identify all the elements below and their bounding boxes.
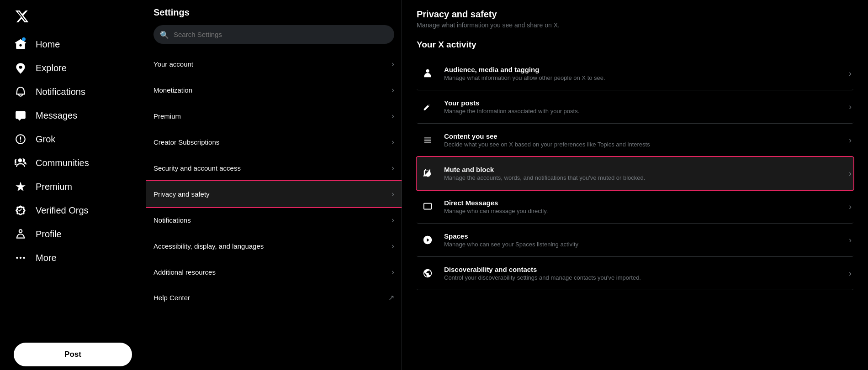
sidebar-item-verified-orgs-label: Verified Orgs xyxy=(36,205,89,216)
settings-item-help-center[interactable]: Help Center ↗ xyxy=(146,285,402,310)
section-title: Your X activity xyxy=(417,40,853,50)
chevron-right-icon: › xyxy=(392,111,394,121)
privacy-item-direct-messages[interactable]: Direct Messages Manage who can message y… xyxy=(417,190,853,224)
spaces-desc: Manage who can see your Spaces listening… xyxy=(444,241,842,248)
sidebar-item-explore[interactable]: Explore xyxy=(7,57,138,79)
privacy-item-spaces[interactable]: Spaces Manage who can see your Spaces li… xyxy=(417,224,853,257)
dm-text: Direct Messages Manage who can message y… xyxy=(444,199,842,214)
sidebar-item-notifications[interactable]: Notifications xyxy=(7,80,138,103)
privacy-item-audience[interactable]: Audience, media and tagging Manage what … xyxy=(417,57,853,90)
explore-icon xyxy=(15,62,26,74)
mute-icon xyxy=(418,164,437,182)
chevron-right-icon: › xyxy=(849,235,852,245)
middle-column: Settings 🔍 Your account › Monetization ›… xyxy=(146,0,402,370)
settings-item-accessibility[interactable]: Accessibility, display, and languages › xyxy=(146,233,402,259)
post-button[interactable]: Post xyxy=(14,343,132,366)
settings-title: Settings xyxy=(153,7,394,18)
settings-item-monetization[interactable]: Monetization › xyxy=(146,77,402,103)
content-desc: Decide what you see on X based on your p… xyxy=(444,141,842,148)
premium-icon xyxy=(15,181,26,193)
settings-item-notifications[interactable]: Notifications › xyxy=(146,207,402,233)
sidebar-item-communities[interactable]: Communities xyxy=(7,151,138,174)
verified-orgs-icon xyxy=(15,204,26,216)
chevron-right-icon: › xyxy=(849,102,852,112)
posts-text: Your posts Manage the information associ… xyxy=(444,99,842,115)
sidebar-item-home[interactable]: Home xyxy=(7,33,138,56)
sidebar-item-more[interactable]: More xyxy=(7,246,138,269)
settings-item-your-account[interactable]: Your account › xyxy=(146,51,402,77)
settings-item-additional-resources[interactable]: Additional resources › xyxy=(146,259,402,285)
communities-icon xyxy=(15,157,26,169)
chevron-right-icon: › xyxy=(849,202,852,212)
sidebar-item-grok[interactable]: Grok xyxy=(7,128,138,151)
audience-desc: Manage what information you allow other … xyxy=(444,74,842,81)
sidebar-item-verified-orgs[interactable]: Verified Orgs xyxy=(7,199,138,222)
sidebar-item-more-label: More xyxy=(36,253,57,263)
profile-icon xyxy=(15,228,26,240)
chevron-right-icon: › xyxy=(392,163,394,173)
sidebar-item-explore-label: Explore xyxy=(36,63,67,73)
right-column: Privacy and safety Manage what informati… xyxy=(402,0,868,370)
spaces-icon xyxy=(418,231,437,249)
chevron-right-icon: › xyxy=(392,241,394,251)
mute-text: Mute and block Manage the accounts, word… xyxy=(444,166,842,181)
discoverability-title: Discoverability and contacts xyxy=(444,266,842,273)
chevron-right-icon: › xyxy=(849,135,852,145)
privacy-item-discoverability[interactable]: Discoverability and contacts Control you… xyxy=(417,257,853,290)
settings-item-privacy-safety[interactable]: Privacy and safety › xyxy=(146,181,402,207)
more-icon xyxy=(15,252,26,264)
x-logo[interactable] xyxy=(7,4,138,31)
search-input[interactable] xyxy=(153,25,394,44)
x-logo-icon xyxy=(15,9,29,24)
search-bar[interactable]: 🔍 xyxy=(153,25,394,44)
chevron-right-icon: › xyxy=(849,269,852,278)
external-link-icon: ↗ xyxy=(388,293,394,302)
chevron-right-icon: › xyxy=(392,189,394,199)
spaces-text: Spaces Manage who can see your Spaces li… xyxy=(444,232,842,248)
search-icon: 🔍 xyxy=(160,30,169,39)
messages-icon xyxy=(15,109,26,121)
sidebar-nav: Home Explore Notifications Messages xyxy=(7,33,138,335)
dm-desc: Manage who can message you directly. xyxy=(444,208,842,214)
dm-icon xyxy=(418,198,437,216)
settings-item-creator-subscriptions[interactable]: Creator Subscriptions › xyxy=(146,129,402,155)
audience-title: Audience, media and tagging xyxy=(444,66,842,73)
mute-desc: Manage the accounts, words, and notifica… xyxy=(444,174,842,181)
sidebar-item-profile-label: Profile xyxy=(36,229,62,240)
content-text: Content you see Decide what you see on X… xyxy=(444,132,842,148)
privacy-item-content-you-see[interactable]: Content you see Decide what you see on X… xyxy=(417,124,853,157)
privacy-item-your-posts[interactable]: Your posts Manage the information associ… xyxy=(417,90,853,124)
discoverability-text: Discoverability and contacts Control you… xyxy=(444,266,842,281)
right-subtitle: Manage what information you see and shar… xyxy=(417,21,853,29)
chevron-right-icon: › xyxy=(392,215,394,225)
spaces-title: Spaces xyxy=(444,232,842,240)
sidebar-item-notifications-label: Notifications xyxy=(36,87,85,97)
notifications-icon xyxy=(15,86,26,98)
settings-list: Your account › Monetization › Premium › … xyxy=(146,51,402,310)
grok-icon xyxy=(15,133,26,145)
chevron-right-icon: › xyxy=(392,85,394,95)
sidebar-item-profile[interactable]: Profile xyxy=(7,223,138,245)
settings-item-security-account-access[interactable]: Security and account access › xyxy=(146,155,402,181)
discoverability-desc: Control your discoverability settings an… xyxy=(444,274,842,281)
right-title: Privacy and safety xyxy=(417,9,853,20)
posts-icon xyxy=(418,98,437,116)
chevron-right-icon: › xyxy=(392,137,394,147)
posts-desc: Manage the information associated with y… xyxy=(444,108,842,115)
sidebar-item-premium[interactable]: Premium xyxy=(7,175,138,198)
sidebar: Home Explore Notifications Messages xyxy=(0,0,146,370)
chevron-right-icon: › xyxy=(392,59,394,69)
mute-title: Mute and block xyxy=(444,166,842,173)
posts-title: Your posts xyxy=(444,99,842,107)
settings-header: Settings xyxy=(146,0,402,21)
sidebar-item-messages-label: Messages xyxy=(36,110,77,121)
home-notification-dot xyxy=(22,37,26,41)
chevron-right-icon: › xyxy=(849,169,852,178)
sidebar-item-communities-label: Communities xyxy=(36,158,89,168)
sidebar-item-home-label: Home xyxy=(36,39,60,50)
chevron-right-icon: › xyxy=(392,267,394,277)
audience-text: Audience, media and tagging Manage what … xyxy=(444,66,842,81)
settings-item-premium[interactable]: Premium › xyxy=(146,103,402,129)
sidebar-item-messages[interactable]: Messages xyxy=(7,104,138,127)
privacy-item-mute-block[interactable]: Mute and block Manage the accounts, word… xyxy=(417,157,853,190)
